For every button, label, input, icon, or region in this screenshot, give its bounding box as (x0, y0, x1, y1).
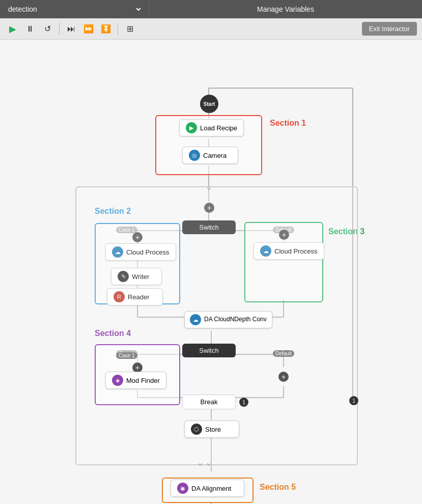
load-recipe-node[interactable]: ▶ Load Recipe (179, 119, 244, 136)
play-icon: ▶ (186, 122, 197, 133)
da-alignment-node[interactable]: ◉ DA Alignment (171, 480, 244, 497)
break-badge-1: 1 (239, 398, 248, 407)
da-cloudndepth-node[interactable]: ☁ DA CloudNDepth Conv (184, 311, 272, 328)
store-icon: ⬡ (191, 424, 202, 435)
mod-finder-node[interactable]: ◈ Mod Finder (105, 372, 166, 389)
play-button[interactable]: ▶ (5, 22, 20, 36)
da-cloud-icon: ☁ (190, 314, 201, 325)
manage-variables-btn[interactable]: Manage Variables (149, 0, 422, 18)
dropdown-container[interactable]: detection (0, 0, 149, 18)
section4-label: Section 4 (95, 329, 131, 338)
pause-button[interactable]: ⏸ (22, 22, 38, 36)
step-next-button[interactable]: ⏭ (64, 22, 79, 36)
camera-node[interactable]: ◎ Camera (182, 147, 238, 164)
start-node[interactable]: Start (200, 95, 218, 113)
break-node[interactable]: Break (182, 395, 236, 409)
grid-button[interactable]: ⊞ (122, 22, 137, 36)
top-bar: detection Manage Variables (0, 0, 422, 18)
toolbar: ▶ ⏸ ↺ ⏭ ⏩ ⏬ ⊞ Exit Interactor (0, 18, 422, 40)
mod-finder-icon: ◈ (112, 375, 123, 386)
default-badge-2: Default (273, 350, 294, 357)
da-align-icon: ◉ (177, 483, 188, 494)
refresh-button[interactable]: ↺ (40, 22, 55, 36)
skip-button[interactable]: ⏬ (98, 22, 114, 36)
store-node[interactable]: ⬡ Store (184, 421, 239, 438)
switch2-node[interactable]: Switch (182, 344, 236, 357)
loop-badge: 1 (349, 396, 358, 405)
section5-label: Section 5 (260, 483, 296, 492)
add-btn-s4[interactable]: + (132, 362, 143, 373)
flow-dropdown[interactable]: detection (6, 5, 143, 14)
exit-interactor-button[interactable]: Exit Interactor (362, 22, 417, 36)
canvas: Start Section 1 ▶ Load Recipe ◎ Camera ⌄… (0, 40, 422, 504)
camera-icon: ◎ (189, 150, 200, 161)
fast-forward-button[interactable]: ⏩ (81, 22, 96, 36)
case1-badge-s4: Case 1 (116, 352, 137, 359)
section1-label: Section 1 (270, 119, 306, 128)
add-btn-default[interactable]: + (278, 372, 289, 382)
